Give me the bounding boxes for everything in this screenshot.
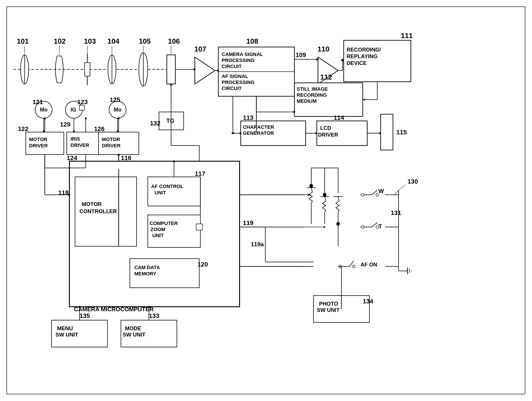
label-108-top3: CIRCUIT: [222, 64, 242, 69]
label-camdatamem-1: CAM DATA: [134, 265, 160, 270]
label-125: 125: [110, 96, 120, 103]
diagram-container: 101 102 103 104 105 106: [0, 0, 532, 401]
label-114-2: DRIVER: [318, 132, 338, 138]
label-108-bot3: CIRCUIT: [222, 86, 242, 91]
label-108-top2: PROCESSING: [222, 57, 255, 63]
label-117: 117: [195, 170, 205, 177]
label-113-2: GENERATOR: [243, 130, 274, 136]
label-130: 130: [407, 178, 418, 185]
label-101: 101: [17, 37, 29, 45]
label-compzoom-1: COMPUTER: [150, 221, 178, 226]
label-menu-2: SW UNIT: [56, 331, 78, 338]
label-afctrl-1: AF CONTROL: [151, 184, 183, 189]
svg-point-117: [352, 265, 355, 268]
label-motordrv1-1: MOTOR: [29, 137, 47, 142]
label-111-1: RECORDING/: [347, 47, 381, 53]
label-123: 123: [77, 99, 88, 105]
label-photo-1: PHOTO: [319, 301, 338, 307]
label-camdatamem-2: MEMORY: [134, 271, 157, 276]
label-108-top1: CAMERA SIGNAL: [222, 51, 263, 57]
label-112-1: STILL IMAGE: [297, 86, 328, 92]
label-111-3: DEVICE: [347, 60, 367, 66]
label-camera-microcomputer: CAMERA MICROCOMPUTER: [74, 306, 154, 312]
label-112: 112: [320, 73, 332, 81]
label-motordrv2-1: MOTOR: [102, 137, 120, 142]
label-menu-1: MENU: [57, 325, 73, 331]
label-114: 114: [334, 114, 344, 121]
svg-point-111: [361, 226, 364, 228]
label-tg: TG: [166, 117, 174, 124]
label-photo-2: SW UNIT: [317, 307, 340, 313]
label-119a: 119a: [251, 241, 264, 248]
label-134: 134: [363, 298, 373, 305]
label-107: 107: [194, 45, 206, 53]
label-116: 116: [121, 154, 131, 161]
label-mode-2: SW UNIT: [123, 331, 146, 338]
label-motordrv2-2: DRIVER: [102, 143, 120, 148]
label-103: 103: [84, 37, 96, 45]
label-mode-1: MODE: [125, 325, 141, 331]
label-121: 121: [32, 99, 43, 105]
label-108-bot1: AF SIGNAL: [222, 73, 248, 79]
svg-rect-48: [381, 114, 393, 150]
label-133: 133: [149, 312, 159, 319]
label-110: 110: [317, 45, 329, 53]
label-124: 124: [67, 154, 77, 161]
label-motorctrl-2: CONTROLLER: [79, 208, 117, 214]
label-106: 106: [168, 37, 180, 45]
svg-point-113: [376, 226, 379, 228]
label-w: W: [378, 188, 384, 194]
svg-rect-18: [167, 55, 175, 84]
label-122: 122: [18, 125, 28, 132]
label-112-2: RECORDING: [297, 92, 327, 98]
label-112-3: MEDIUM: [297, 98, 317, 104]
label-irisdrv-2: DRIVER: [70, 142, 89, 148]
svg-point-107: [361, 193, 364, 196]
svg-point-89: [310, 184, 313, 188]
label-111-2: REPLAYING: [347, 53, 378, 59]
svg-point-109: [376, 193, 379, 196]
label-132: 132: [150, 120, 161, 127]
label-119: 119: [243, 219, 253, 226]
label-motordrv1-2: DRIVER: [29, 143, 48, 148]
label-131: 131: [391, 209, 401, 216]
label-135: 135: [79, 312, 90, 319]
label-114-1: LCD: [320, 125, 331, 131]
label-ig123: IG: [70, 107, 76, 113]
label-108: 108: [246, 37, 258, 45]
label-compzoom-3: UNIT: [152, 233, 164, 238]
svg-point-95: [323, 193, 326, 197]
label-126: 126: [94, 125, 105, 132]
label-118: 118: [58, 189, 69, 196]
label-afon: AF ON: [361, 261, 377, 267]
label-104: 104: [108, 37, 120, 45]
label-t: T: [378, 223, 382, 230]
label-115: 115: [396, 129, 407, 136]
label-108-bot2: PROCESSING: [222, 79, 255, 85]
label-mo121: Mo: [40, 107, 48, 113]
label-113: 113: [243, 114, 253, 121]
svg-rect-53: [79, 105, 84, 110]
label-motorctrl-1: MOTOR: [82, 201, 102, 207]
svg-rect-71: [196, 224, 203, 230]
label-afctrl-2: UNIT: [154, 190, 166, 196]
label-compzoom-2: ZOOM: [151, 227, 165, 232]
label-105: 105: [139, 37, 151, 45]
label-120: 120: [197, 261, 208, 268]
label-irisdrv-1: IRIS: [70, 136, 80, 142]
label-mo125: Mo: [114, 107, 122, 113]
label-111: 111: [401, 32, 413, 40]
label-109: 109: [296, 51, 306, 58]
svg-rect-10: [85, 63, 90, 76]
label-113-1: CHARACTER: [243, 124, 274, 130]
label-102: 102: [54, 37, 66, 45]
label-129: 129: [60, 121, 70, 128]
